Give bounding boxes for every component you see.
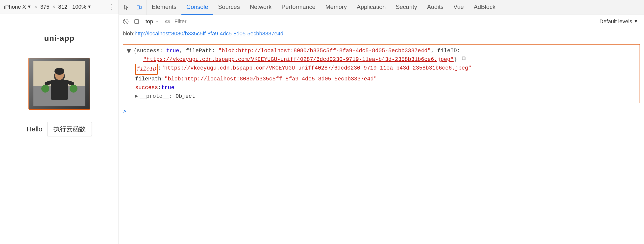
svg-point-8 bbox=[70, 85, 78, 92]
zoom-selector[interactable]: 100% ▼ bbox=[72, 4, 92, 10]
inspect-element-icon[interactable] bbox=[122, 3, 131, 12]
proto-key: __proto__: Object bbox=[140, 92, 195, 101]
app-title: uni-app bbox=[44, 34, 74, 43]
console-filter-input[interactable] bbox=[174, 18, 594, 26]
uploaded-image bbox=[29, 58, 90, 109]
console-stop-button[interactable] bbox=[133, 18, 140, 26]
prompt-arrow: > bbox=[123, 108, 126, 115]
devtools-panel: Elements Console Sources Network Perform… bbox=[119, 0, 644, 244]
tab-sources[interactable]: Sources bbox=[213, 0, 245, 14]
person-image bbox=[34, 61, 86, 106]
filepath-value: "blob:http://localhost:8080/b335c5ff-8fa… bbox=[164, 75, 377, 84]
cloud-function-button[interactable]: 执行云函数 bbox=[47, 122, 92, 136]
log-filepath-line: filePath : "blob:http://localhost:8080/b… bbox=[135, 75, 636, 84]
left-panel: iPhone X ▼ × 375 × 812 100% ▼ ⋮ uni-app bbox=[0, 0, 119, 244]
log-proto-line: ▶ __proto__: Object bbox=[135, 92, 636, 101]
success-value: true bbox=[161, 84, 174, 92]
device-name-selector[interactable]: iPhone X ▼ bbox=[4, 4, 32, 10]
tab-elements[interactable]: Elements bbox=[147, 0, 182, 14]
copy-icon[interactable] bbox=[462, 56, 466, 61]
log-text-main: {success: true, filePath: "blob:http://l… bbox=[134, 46, 466, 64]
expand-triangle[interactable]: ▶ bbox=[125, 49, 134, 54]
blob-url-link[interactable]: http://localhost:8080/b335c5ff-8fa9-4dc5… bbox=[135, 30, 284, 37]
devtools-icons bbox=[119, 0, 147, 14]
context-selector[interactable]: top bbox=[144, 18, 161, 25]
hello-label: Hello bbox=[27, 125, 42, 133]
proto-triangle[interactable]: ▶ bbox=[135, 92, 138, 100]
svg-point-7 bbox=[41, 85, 49, 92]
svg-rect-4 bbox=[51, 80, 68, 100]
device-frame: uni-app bbox=[0, 14, 118, 244]
svg-point-17 bbox=[167, 21, 168, 22]
svg-rect-11 bbox=[137, 6, 140, 9]
tab-application[interactable]: Application bbox=[352, 0, 390, 14]
filepath-key: filePath bbox=[135, 75, 161, 84]
tab-console[interactable]: Console bbox=[182, 0, 213, 14]
tab-security[interactable]: Security bbox=[391, 0, 422, 14]
tab-memory[interactable]: Memory bbox=[320, 0, 352, 14]
tab-adblock[interactable]: AdBlock bbox=[469, 0, 500, 14]
console-content: ▶ {success: true, filePath: "blob:http:/… bbox=[119, 39, 644, 244]
tab-network[interactable]: Network bbox=[245, 0, 276, 14]
log-expanded: fileID : "https://vkceyugu.cdn.bspapp.co… bbox=[127, 64, 636, 101]
device-toolbar: iPhone X ▼ × 375 × 812 100% ▼ ⋮ bbox=[0, 0, 118, 14]
hello-row: Hello 执行云函数 bbox=[27, 122, 92, 136]
log-line-main: ▶ {success: true, filePath: "blob:http:/… bbox=[127, 46, 636, 64]
log-fileid-line: fileID : "https://vkceyugu.cdn.bspapp.co… bbox=[135, 64, 636, 74]
console-levels-selector[interactable]: Default levels ▼ bbox=[596, 18, 641, 25]
console-eye-button[interactable] bbox=[164, 18, 172, 26]
success-key: success bbox=[135, 84, 158, 92]
svg-rect-12 bbox=[140, 6, 141, 9]
log-success-line: success : true bbox=[135, 84, 636, 92]
svg-line-14 bbox=[124, 20, 128, 24]
svg-point-10 bbox=[54, 68, 64, 75]
fileid-key: fileID bbox=[135, 64, 158, 74]
devtools-tabs: Elements Console Sources Network Perform… bbox=[119, 0, 644, 15]
more-options-button[interactable]: ⋮ bbox=[108, 3, 114, 11]
console-prompt: > bbox=[119, 106, 644, 117]
tab-performance[interactable]: Performance bbox=[276, 0, 320, 14]
fileid-value: "https://vkceyugu.cdn.bspapp.com/VKCEYUG… bbox=[161, 64, 471, 72]
image-upload-container[interactable] bbox=[28, 58, 90, 110]
tab-audits[interactable]: Audits bbox=[422, 0, 448, 14]
file-id-link[interactable]: "https://vkceyugu.cdn.bspapp.com/VKCEYUG… bbox=[143, 56, 454, 62]
tab-vue[interactable]: Vue bbox=[448, 0, 469, 14]
console-log-entry: ▶ {success: true, filePath: "blob:http:/… bbox=[123, 44, 640, 103]
clear-console-button[interactable] bbox=[122, 18, 130, 26]
svg-point-16 bbox=[165, 20, 170, 23]
device-toolbar-toggle-icon[interactable] bbox=[135, 3, 144, 12]
url-bar: blob:http://localhost:8080/b335c5ff-8fa9… bbox=[119, 28, 644, 39]
svg-rect-15 bbox=[135, 20, 138, 24]
console-toolbar: top Default levels ▼ bbox=[119, 15, 644, 28]
